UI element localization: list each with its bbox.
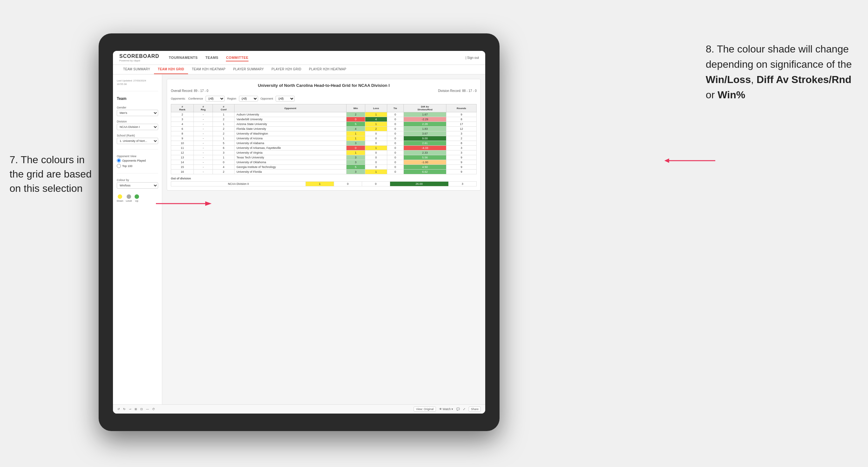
toolbar-clock[interactable]: ⏱ <box>152 407 155 411</box>
sub-nav: TEAM SUMMARY TEAM H2H GRID TEAM H2H HEAT… <box>113 65 485 74</box>
tab-player-h2h-heatmap[interactable]: PLAYER H2H HEATMAP <box>305 65 350 74</box>
cell-tie: 0 <box>387 155 403 160</box>
cell-rounds: 3 <box>446 131 477 136</box>
col-tie: Tie <box>387 104 403 112</box>
division-select[interactable]: NCAA Division I <box>117 124 158 130</box>
col-reg: #Reg <box>193 104 213 112</box>
cell-diff: -2.29 <box>403 117 446 122</box>
cell-conf: 0 <box>213 160 235 165</box>
out-div-division: NCAA Division II <box>171 182 306 186</box>
tablet-device: SCOREBOARD Powered by clippd TOURNAMENTS… <box>99 33 500 431</box>
table-row: 15 - 4 Georgia Institute of Technology 5… <box>171 165 477 169</box>
cell-team: University of Oklahoma <box>235 160 346 165</box>
toolbar-comment[interactable]: 💬 <box>456 407 460 411</box>
sign-out-link[interactable]: | Sign out <box>465 56 479 60</box>
cell-rounds: 8 <box>446 141 477 146</box>
cell-conf: 2 <box>213 117 235 122</box>
toolbar-undo[interactable]: ↺ <box>117 407 120 411</box>
table-row: 11 - 6 University of Arkansas, Fayettevi… <box>171 146 477 151</box>
col-rounds: Rounds <box>446 104 477 112</box>
table-row: 13 - 1 Texas Tech University 3 0 0 5.56 … <box>171 155 477 160</box>
tab-team-h2h-heatmap[interactable]: TEAM H2H HEATMAP <box>188 65 229 74</box>
toolbar-view[interactable]: View: Original <box>414 407 436 412</box>
cell-loss: 0 <box>365 160 387 165</box>
toolbar-redo[interactable]: ↻ <box>123 407 126 411</box>
cell-win: 1 <box>346 151 365 155</box>
cell-loss: 1 <box>365 122 387 127</box>
tab-player-h2h-grid[interactable]: PLAYER H2H GRID <box>268 65 305 74</box>
cell-reg: - <box>193 127 213 131</box>
cell-rank: 15 <box>171 165 194 169</box>
cell-rounds: 3 <box>446 146 477 151</box>
cell-win: 1 <box>346 136 365 141</box>
nav-teams[interactable]: TEAMS <box>205 54 218 61</box>
cell-team: Texas Tech University <box>235 155 346 160</box>
cell-conf: 2 <box>213 131 235 136</box>
cell-diff: 3.67 <box>403 131 446 136</box>
cell-rounds: 9 <box>446 165 477 169</box>
tab-team-summary[interactable]: TEAM SUMMARY <box>119 65 154 74</box>
cell-conf: 1 <box>213 122 235 127</box>
school-select[interactable]: 1. University of Nort... <box>117 138 158 144</box>
cell-reg: - <box>193 131 213 136</box>
table-row: 3 - 2 Vanderbilt University 0 4 0 -2.29 … <box>171 117 477 122</box>
toolbar-options[interactable]: — <box>146 407 149 411</box>
grid-panel: University of North Carolina Head-to-Hea… <box>167 79 481 191</box>
arrow-right-overlay <box>664 154 715 167</box>
cell-team: University of Arizona <box>235 136 346 141</box>
toolbar-paste[interactable]: ⊡ <box>140 407 143 411</box>
cell-tie: 0 <box>387 146 403 151</box>
toolbar-watch[interactable]: 👁 Watch ▾ <box>439 407 453 411</box>
cell-rank: 16 <box>171 169 194 174</box>
cell-rounds: 9 <box>446 155 477 160</box>
tab-player-summary[interactable]: PLAYER SUMMARY <box>229 65 268 74</box>
table-row: 6 - 2 Florida State University 4 2 0 1.8… <box>171 127 477 131</box>
cell-win: 4 <box>346 127 365 131</box>
cell-rank: 8 <box>171 131 194 136</box>
toolbar-copy[interactable]: ⊞ <box>134 407 137 411</box>
out-div-rounds: 3 <box>448 182 476 186</box>
cell-conf: 3 <box>213 151 235 155</box>
cell-diff: 9.00 <box>403 136 446 141</box>
toolbar-step[interactable]: ⤻ <box>129 407 131 411</box>
nav-committee[interactable]: COMMITTEE <box>226 54 248 61</box>
division-record: Division Record: 88 - 17 - 0 <box>438 89 477 93</box>
cell-diff: 1.83 <box>403 127 446 131</box>
filter-opponent-select[interactable]: (All) <box>276 96 294 101</box>
filter-row: Opponents: Conference (All) Region (All)… <box>171 96 477 101</box>
cell-loss: 0 <box>365 151 387 155</box>
col-win: Win <box>346 104 365 112</box>
colour-by-select[interactable]: Win/loss <box>117 182 158 189</box>
out-div-win: 1 <box>306 182 334 186</box>
cell-loss: 0 <box>365 155 387 160</box>
table-row: 14 - 0 University of Oklahoma 3 0 0 -1.0… <box>171 160 477 165</box>
cell-tie: 0 <box>387 122 403 127</box>
cell-win: 3 <box>346 141 365 146</box>
cell-rounds: 3 <box>446 151 477 155</box>
school-label: School (Rank) <box>117 134 158 137</box>
cell-reg: - <box>193 169 213 174</box>
col-opponent: Opponent <box>235 104 346 112</box>
radio-opponents-played[interactable]: Opponents Played <box>117 158 158 162</box>
cell-diff: 2.61 <box>403 141 446 146</box>
toolbar-expand[interactable]: ⤢ <box>463 407 465 411</box>
filter-region-select[interactable]: (All) <box>239 96 258 101</box>
filter-conf-select[interactable]: (All) <box>206 96 225 101</box>
tab-team-h2h-grid[interactable]: TEAM H2H GRID <box>154 65 188 74</box>
colour-by-label: Colour by <box>117 179 158 182</box>
gender-select[interactable]: Men's <box>117 110 158 116</box>
nav-tournaments[interactable]: TOURNAMENTS <box>169 54 198 61</box>
cell-reg: - <box>193 136 213 141</box>
svg-marker-3 <box>664 158 669 163</box>
toolbar-share[interactable]: Share <box>469 407 481 412</box>
cell-rank: 10 <box>171 141 194 146</box>
cell-team: University of Alabama <box>235 141 346 146</box>
cell-rounds: 9 <box>446 112 477 117</box>
cell-rank: 12 <box>171 151 194 155</box>
radio-top100[interactable]: Top 100 <box>117 164 158 168</box>
cell-rank: 2 <box>171 112 194 117</box>
out-div-loss: 0 <box>334 182 362 186</box>
cell-rank: 11 <box>171 146 194 151</box>
cell-reg: - <box>193 151 213 155</box>
cell-loss: 4 <box>365 117 387 122</box>
